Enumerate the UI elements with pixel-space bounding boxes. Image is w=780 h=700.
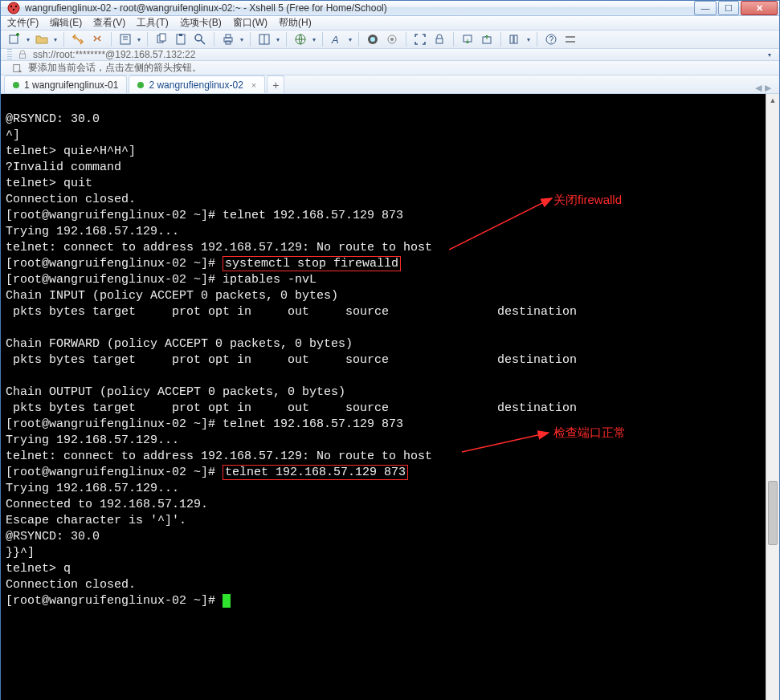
lock-button[interactable] xyxy=(431,31,448,48)
session-tab[interactable]: 2 wangrufienglinux-02 × xyxy=(129,75,265,93)
terminal-line: ^] xyxy=(6,128,20,142)
toolbar: ▾ ▾ ▾ ▾ ▾ ▾ A▾ ▾ ? xyxy=(1,31,779,49)
cursor xyxy=(223,594,231,608)
dropdown-icon[interactable]: ▾ xyxy=(275,36,281,43)
hint-text: 要添加当前会话，点击左侧的箭头按钮。 xyxy=(28,61,202,75)
scroll-up-button[interactable]: ▲ xyxy=(766,94,779,107)
terminal-line: @RSYNCD: 30.0 xyxy=(6,112,100,126)
dropdown-icon[interactable]: ▾ xyxy=(52,36,59,43)
menu-help[interactable]: 帮助(H) xyxy=(279,16,312,30)
font-button[interactable]: A xyxy=(328,31,345,48)
svg-point-14 xyxy=(195,35,202,41)
terminal-line: [root@wangruifenglinux-02 ~]# xyxy=(6,594,231,608)
view-cols-button[interactable] xyxy=(506,31,524,48)
tunnel-down-button[interactable] xyxy=(459,31,476,48)
new-session-button[interactable] xyxy=(6,31,23,48)
svg-rect-11 xyxy=(160,34,165,41)
svg-point-0 xyxy=(8,2,19,14)
dropdown-icon[interactable]: ▾ xyxy=(311,36,317,43)
address-text[interactable]: ssh://root:********@192.168.57.132:22 xyxy=(33,49,762,60)
dropdown-icon[interactable]: ▾ xyxy=(525,36,532,43)
close-tab-icon[interactable]: × xyxy=(251,80,256,90)
maximize-button[interactable]: ☐ xyxy=(718,1,739,15)
titlebar[interactable]: wangrufienglinux-02 - root@wangruifengli… xyxy=(1,1,779,16)
properties-button[interactable] xyxy=(116,31,134,48)
dropdown-icon[interactable]: ▾ xyxy=(25,36,31,43)
layout-button[interactable] xyxy=(255,31,273,48)
terminal-line: pkts bytes target prot opt in out source… xyxy=(6,353,577,367)
terminal-line: Escape character is '^]'. xyxy=(6,514,186,527)
svg-rect-27 xyxy=(436,39,443,43)
scrollbar[interactable]: ▲ ▼ xyxy=(766,94,779,700)
encoding-button[interactable] xyxy=(292,31,309,48)
terminal-line: Chain FORWARD (policy ACCEPT 0 packets, … xyxy=(6,337,353,351)
terminal-line: ?Invalid command xyxy=(6,161,121,174)
dropdown-icon[interactable]: ▾ xyxy=(766,51,773,59)
open-folder-button[interactable] xyxy=(33,31,51,48)
terminal[interactable]: @RSYNCD: 30.0 ^] telnet> quie^H^H^] ?Inv… xyxy=(1,94,766,700)
session-tab[interactable]: 1 wangruifenglinux-01 xyxy=(4,75,127,93)
app-window: wangrufienglinux-02 - root@wangruifengli… xyxy=(0,0,780,700)
add-session-icon[interactable] xyxy=(12,63,23,74)
new-tab-button[interactable]: + xyxy=(267,75,284,93)
svg-point-26 xyxy=(390,38,394,41)
terminal-line: [root@wangruifenglinux-02 ~]# telnet 192… xyxy=(6,417,403,431)
annotation-text: 检查端口正常 xyxy=(553,425,626,441)
terminal-line: telnet> quit xyxy=(6,177,92,190)
highlight-button[interactable] xyxy=(383,31,401,48)
scrollbar-thumb[interactable] xyxy=(768,481,778,545)
menu-view[interactable]: 查看(V) xyxy=(93,16,125,30)
terminal-line: telnet> quie^H^H^] xyxy=(6,144,136,158)
next-tab-button[interactable]: ▶ xyxy=(765,83,771,93)
terminal-line: telnet> q xyxy=(6,562,71,576)
menu-edit[interactable]: 编辑(E) xyxy=(50,16,82,30)
fullscreen-button[interactable] xyxy=(411,31,429,48)
svg-rect-36 xyxy=(20,54,26,58)
hint-bar: 要添加当前会话，点击左侧的箭头按钮。 xyxy=(1,61,779,75)
terminal-line: [root@wangruifenglinux-02 ~]# telnet 192… xyxy=(6,465,408,480)
dropdown-icon[interactable]: ▾ xyxy=(239,36,245,43)
highlighted-command: systemctl stop firewalld xyxy=(223,256,401,271)
paste-button[interactable] xyxy=(172,31,190,48)
tab-label: 2 wangrufienglinux-02 xyxy=(149,79,243,91)
svg-line-15 xyxy=(201,40,205,44)
terminal-line: Connected to 192.168.57.129. xyxy=(6,498,208,511)
menu-tabs[interactable]: 选项卡(B) xyxy=(180,16,222,30)
menu-bar: 文件(F) 编辑(E) 查看(V) 工具(T) 选项卡(B) 窗口(W) 帮助(… xyxy=(1,16,779,31)
terminal-line: Chain OUTPUT (policy ACCEPT 0 packets, 0… xyxy=(6,385,345,399)
print-button[interactable] xyxy=(219,31,237,48)
svg-rect-30 xyxy=(510,35,513,43)
svg-text:A: A xyxy=(331,34,339,46)
terminal-line: Connection closed. xyxy=(6,578,136,592)
terminal-line: [root@wangruifenglinux-02 ~]# systemctl … xyxy=(6,256,401,271)
copy-button[interactable] xyxy=(153,31,170,48)
minimize-button[interactable]: — xyxy=(694,1,717,15)
svg-rect-17 xyxy=(226,35,231,38)
svg-point-1 xyxy=(10,6,12,7)
terminal-line: pkts bytes target prot opt in out source… xyxy=(6,401,577,415)
menu-tools[interactable]: 工具(T) xyxy=(137,16,168,30)
svg-line-39 xyxy=(462,433,549,452)
terminal-line: [root@wangruifenglinux-02 ~]# telnet 192… xyxy=(6,209,403,222)
reconnect-button[interactable] xyxy=(69,31,87,48)
terminal-line: Trying 192.168.57.129... xyxy=(6,433,179,447)
disconnect-button[interactable] xyxy=(88,31,106,48)
svg-rect-13 xyxy=(179,34,182,36)
prev-tab-button[interactable]: ◀ xyxy=(755,83,762,93)
help-button[interactable]: ? xyxy=(542,31,560,48)
menu-file[interactable]: 文件(F) xyxy=(7,16,39,30)
dropdown-icon[interactable]: ▾ xyxy=(347,36,353,43)
color-scheme-button[interactable] xyxy=(364,31,382,48)
arrow-icon xyxy=(459,429,555,455)
settings-button[interactable] xyxy=(562,31,579,48)
close-button[interactable]: ✕ xyxy=(741,1,778,15)
find-button[interactable] xyxy=(191,31,209,48)
svg-point-24 xyxy=(370,37,375,42)
dropdown-icon[interactable]: ▾ xyxy=(136,36,142,43)
terminal-line: telnet: connect to address 192.168.57.12… xyxy=(6,241,432,254)
tunnel-up-button[interactable] xyxy=(478,31,496,48)
menu-window[interactable]: 窗口(W) xyxy=(233,16,267,30)
grip-icon xyxy=(7,49,12,60)
terminal-line: pkts bytes target prot opt in out source… xyxy=(6,305,577,319)
terminal-line: Trying 192.168.57.129... xyxy=(6,225,179,238)
